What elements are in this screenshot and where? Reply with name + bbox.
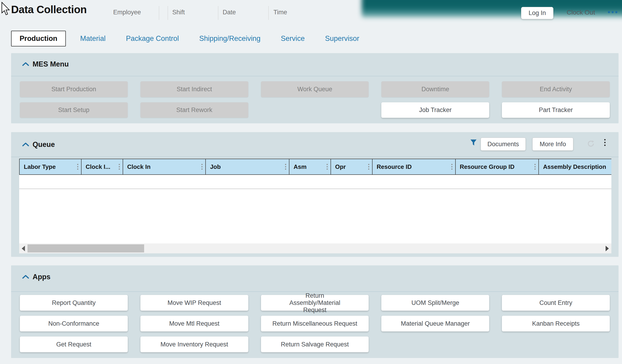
kebab-menu-icon[interactable] <box>604 139 606 146</box>
return-assembly-material-request-button[interactable]: Return Assembly/Material Request <box>261 295 369 311</box>
tab-service[interactable]: Service <box>281 34 305 43</box>
scrollbar-track[interactable] <box>27 243 603 253</box>
queue-grid-header: Labor Type Clock I... Clock In Job Asm <box>19 159 611 175</box>
kanban-receipts-button[interactable]: Kanban Receipts <box>502 316 610 331</box>
mes-button-row-2: Start Setup Start Rework Job Tracker Par… <box>20 102 610 118</box>
count-entry-button[interactable]: Count Entry <box>502 295 610 311</box>
column-label: Asm <box>293 163 307 171</box>
column-menu-icon[interactable] <box>119 164 120 170</box>
column-label: Resource Group ID <box>460 163 515 171</box>
part-tracker-button[interactable]: Part Tracker <box>502 102 610 118</box>
documents-button[interactable]: Documents <box>481 138 526 151</box>
date-field-label: Date <box>223 9 236 16</box>
return-salvage-request-button[interactable]: Return Salvage Request <box>261 337 369 352</box>
tab-production[interactable]: Production <box>11 31 66 46</box>
column-menu-icon[interactable] <box>534 164 536 170</box>
column-label: Job <box>210 163 221 171</box>
more-info-button[interactable]: More Info <box>532 138 573 151</box>
apps-button-row-2: Non-Conformance Move Mtl Request Return … <box>20 316 610 331</box>
column-menu-icon[interactable] <box>285 164 286 170</box>
get-request-button[interactable]: Get Request <box>20 337 128 352</box>
column-menu-icon[interactable] <box>77 164 78 170</box>
column-header-labor-type[interactable]: Labor Type <box>20 159 81 174</box>
table-row[interactable] <box>19 175 611 189</box>
data-collection-screen: Data Collection Employee Shift Date Time… <box>0 0 622 364</box>
job-tracker-button[interactable]: Job Tracker <box>381 102 489 118</box>
start-setup-button: Start Setup <box>20 102 128 118</box>
work-queue-button: Work Queue <box>261 81 369 97</box>
clock-out-button[interactable]: Clock Out <box>564 9 598 16</box>
tab-supervisor[interactable]: Supervisor <box>325 34 359 43</box>
left-arrow-icon <box>22 246 25 251</box>
employee-field-label: Employee <box>113 9 141 16</box>
main-tab-bar: Production Material Package Control Ship… <box>11 31 379 46</box>
column-label: Resource ID <box>377 163 412 171</box>
column-header-clock-in[interactable]: Clock In <box>123 159 206 174</box>
apps-button-row-3: Get Request Move Inventory Request Retur… <box>20 337 610 352</box>
non-conformance-button[interactable]: Non-Conformance <box>20 316 128 331</box>
queue-panel: Queue Documents More Info Labor Type <box>11 132 619 257</box>
column-header-asm[interactable]: Asm <box>289 159 330 174</box>
column-label: Clock I... <box>86 163 110 171</box>
collapse-chevron-icon[interactable] <box>22 62 29 67</box>
scroll-left-button[interactable] <box>19 243 27 253</box>
column-label: Clock In <box>127 163 151 171</box>
apps-panel: Apps Report Quantity Move WIP Request Re… <box>11 265 619 358</box>
mes-button-row-1: Start Production Start Indirect Work Que… <box>20 81 610 97</box>
filter-icon[interactable] <box>469 139 477 147</box>
column-menu-icon[interactable] <box>201 164 203 170</box>
tab-material[interactable]: Material <box>80 34 106 43</box>
column-header-assembly-description[interactable]: Assembly Description <box>538 159 611 174</box>
start-production-button: Start Production <box>20 81 128 97</box>
column-label: Opr <box>335 163 346 171</box>
column-menu-icon[interactable] <box>451 164 452 170</box>
time-field-label: Time <box>273 9 287 16</box>
column-header-resource-id[interactable]: Resource ID <box>372 159 455 174</box>
column-label: Assembly Description <box>543 163 606 171</box>
move-inventory-request-button[interactable]: Move Inventory Request <box>140 337 248 352</box>
queue-grid: Labor Type Clock I... Clock In Job Asm <box>19 159 611 253</box>
scrollbar-thumb[interactable] <box>27 244 144 252</box>
end-activity-button: End Activity <box>502 81 610 97</box>
header-divider <box>159 6 159 20</box>
mouse-cursor <box>1 2 11 16</box>
header-divider <box>268 6 269 20</box>
apps-title: Apps <box>33 273 51 281</box>
report-quantity-button[interactable]: Report Quantity <box>20 295 128 311</box>
queue-grid-body <box>19 189 611 243</box>
overflow-menu-icon[interactable] <box>608 11 617 13</box>
column-header-clock-i[interactable]: Clock I... <box>81 159 123 174</box>
log-in-label: Log In <box>528 9 546 17</box>
section-divider <box>11 76 619 76</box>
material-queue-manager-button[interactable]: Material Queue Manager <box>381 316 489 331</box>
column-header-job[interactable]: Job <box>205 159 289 174</box>
column-menu-icon[interactable] <box>368 164 369 170</box>
column-menu-icon[interactable] <box>327 164 328 170</box>
log-in-button[interactable]: Log In <box>521 7 553 19</box>
button-label: Return Assembly/Material Request <box>280 292 350 314</box>
start-rework-button: Start Rework <box>140 102 248 118</box>
move-wip-request-button[interactable]: Move WIP Request <box>140 295 248 311</box>
collapse-chevron-icon[interactable] <box>22 142 29 147</box>
section-divider <box>11 291 619 292</box>
start-indirect-button: Start Indirect <box>140 81 248 97</box>
shift-field-label: Shift <box>172 9 185 16</box>
scroll-right-button[interactable] <box>603 243 611 253</box>
column-header-resource-group-id[interactable]: Resource Group ID <box>455 159 539 174</box>
uom-split-merge-button[interactable]: UOM Split/Merge <box>381 295 489 311</box>
return-miscellaneous-request-button[interactable]: Return Miscellaneous Request <box>261 316 369 331</box>
clock-out-label: Clock Out <box>567 9 595 16</box>
more-info-label: More Info <box>540 141 566 148</box>
apps-button-row-1: Report Quantity Move WIP Request Return … <box>20 295 610 311</box>
documents-label: Documents <box>487 141 519 148</box>
column-label: Labor Type <box>24 163 56 171</box>
collapse-chevron-icon[interactable] <box>22 275 29 280</box>
queue-title: Queue <box>33 140 55 149</box>
tab-shipping-receiving[interactable]: Shipping/Receiving <box>199 34 260 43</box>
move-mtl-request-button[interactable]: Move Mtl Request <box>140 316 248 331</box>
page-title: Data Collection <box>11 3 87 16</box>
downtime-button: Downtime <box>381 81 489 97</box>
tab-package-control[interactable]: Package Control <box>126 34 179 43</box>
mes-menu-title: MES Menu <box>33 60 69 68</box>
column-header-opr[interactable]: Opr <box>330 159 372 174</box>
